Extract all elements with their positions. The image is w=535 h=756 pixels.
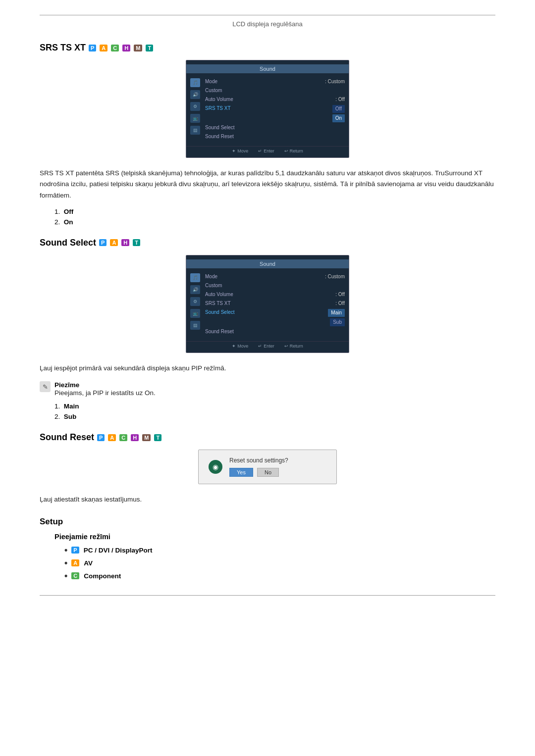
osd1-screen: Sound 🎵 🔊 ⚙ 📺 ▤ Mode : Custom <box>186 60 349 158</box>
osd2-enter-icon: ↵ <box>258 344 262 349</box>
page-title: LCD displeja regulēšana <box>40 20 495 28</box>
srs-list-label-1: Off <box>64 208 74 215</box>
osd1-container: Sound 🎵 🔊 ⚙ 📺 ▤ Mode : Custom <box>40 60 495 158</box>
setup-heading: Setup <box>40 517 495 527</box>
osd1-row-soundsel: Sound Select <box>205 123 345 132</box>
setup-sub-heading: Pieejamie režīmi <box>54 533 495 541</box>
badge-p-sr: P <box>97 434 105 441</box>
osd1-label-autovol: Auto Volume <box>205 96 233 103</box>
srs-heading: SRS TS XT P A C H M T <box>40 43 495 53</box>
sound-reset-body: Ļauj atiestatīt skaņas iestatījumus. <box>40 494 495 505</box>
osd2-icon-2: 🔊 <box>190 285 200 294</box>
osd2-label-mode: Mode <box>205 273 217 280</box>
ss-list-num-2: 2. <box>54 413 60 420</box>
bottom-border <box>40 595 495 596</box>
badge-t-srs: T <box>146 45 153 51</box>
ss-list-item-1: 1. Main <box>54 403 495 410</box>
badge-p-srs: P <box>89 45 96 51</box>
setup-item-av: • A AV <box>64 558 495 567</box>
sound-select-heading: Sound Select P A H T <box>40 238 495 248</box>
osd2-footer-return: ↩ Return <box>284 344 303 349</box>
srs-section: SRS TS XT P A C H M T Sound 🎵 🔊 ⚙ 📺 ▤ <box>40 43 495 226</box>
osd2-icons: 🎵 🔊 ⚙ 📺 ▤ <box>190 272 200 336</box>
osd2-return-icon: ↩ <box>284 344 288 349</box>
osd2-container: Sound 🎵 🔊 ⚙ 📺 ▤ Mode : Custom <box>40 255 495 353</box>
osd2-footer-move-label: Move <box>237 344 248 349</box>
osd2-option-main: Main <box>328 309 345 317</box>
badge-c-sr: C <box>119 434 127 441</box>
badge-h-srs: H <box>122 45 130 51</box>
setup-label-av: AV <box>84 559 93 567</box>
osd1-body: 🎵 🔊 ⚙ 📺 ▤ Mode : Custom Custom <box>186 75 349 143</box>
setup-section: Setup Pieejamie režīmi • P PC / DVI / Di… <box>40 517 495 580</box>
badge-p-ss: P <box>99 239 107 246</box>
note-content: Piezīme Pieejams, ja PIP ir iestatīts uz… <box>54 381 156 397</box>
osd2-footer: ✦ Move ↵ Enter ↩ Return <box>186 341 349 349</box>
setup-item-pc: • P PC / DVI / DisplayPort <box>64 546 495 554</box>
osd1-option-on: On <box>332 114 345 122</box>
osd2-screen: Sound 🎵 🔊 ⚙ 📺 ▤ Mode : Custom <box>186 255 349 353</box>
badge-m-srs: M <box>134 45 142 51</box>
osd2-label-autovol: Auto Volume <box>205 291 233 298</box>
osd2-row-srs: SRS TS XT : Off <box>205 299 345 308</box>
badge-h-ss: H <box>121 239 129 246</box>
note-label: Piezīme <box>54 381 79 389</box>
osd1-icons: 🎵 🔊 ⚙ 📺 ▤ <box>190 77 200 141</box>
sound-reset-heading: Sound Reset P A C H M T <box>40 432 495 443</box>
badge-a-srs: A <box>100 45 107 51</box>
osd2-value-autovol: : Off <box>335 291 345 298</box>
osd2-row-custom: Custom <box>205 281 345 290</box>
osd1-value-mode: : Custom <box>325 78 345 85</box>
badge-c-srs: C <box>111 45 119 51</box>
osd1-label-srs: SRS TS XT <box>205 105 231 122</box>
ss-list-item-2: 2. Sub <box>54 413 495 420</box>
osd2-row-soundsel: Sound Select Main Sub <box>205 308 345 327</box>
osd2-icon-3: ⚙ <box>190 297 200 306</box>
osd1-footer-enter: ↵ Enter <box>258 149 274 153</box>
osd2-label-custom: Custom <box>205 282 222 289</box>
osd1-row-custom: Custom <box>205 86 345 95</box>
osd2-icon-4: 📺 <box>190 309 200 318</box>
osd1-options: Off On <box>332 105 345 122</box>
osd2-label-soundsel: Sound Select <box>205 309 235 326</box>
osd2-label-soundrst: Sound Reset <box>205 328 234 335</box>
osd2-value-mode: : Custom <box>325 273 345 280</box>
osd2-row-soundrst: Sound Reset <box>205 327 345 336</box>
osd2-label-srs: SRS TS XT <box>205 300 231 307</box>
osd1-option-off: Off <box>332 105 345 113</box>
osd1-label-soundrst: Sound Reset <box>205 133 234 140</box>
osd2-footer-enter-label: Enter <box>264 344 274 349</box>
osd1-row-autovol: Auto Volume : Off <box>205 95 345 104</box>
badge-p-setup: P <box>71 547 79 554</box>
osd2-option-sub: Sub <box>330 318 345 326</box>
srs-body-text: SRS TS XT patentēta SRS (telpiskā skanēj… <box>40 168 495 201</box>
note-text: Pieejams, ja PIP ir iestatīts uz On. <box>54 389 156 397</box>
srs-list-num-2: 2. <box>54 218 60 226</box>
enter-icon: ↵ <box>258 149 262 153</box>
osd1-row-soundrst: Sound Reset <box>205 132 345 141</box>
osd1-footer-enter-label: Enter <box>264 149 274 153</box>
osd2-options: Main Sub <box>328 309 345 326</box>
setup-label-component: Component <box>84 572 121 580</box>
sound-reset-heading-text: Sound Reset <box>40 432 94 443</box>
return-icon: ↩ <box>284 149 288 153</box>
note-box: ✎ Piezīme Pieejams, ja PIP ir iestatīts … <box>40 381 495 397</box>
dialog-icon: ◉ <box>209 460 222 474</box>
dialog-yes-button[interactable]: Yes <box>229 468 253 477</box>
ss-list-label-2: Sub <box>64 413 77 420</box>
dialog-container: ◉ Reset sound settings? Yes No <box>40 450 495 484</box>
ss-list-num-1: 1. <box>54 403 60 410</box>
bullet-dot-av: • <box>64 558 67 567</box>
srs-list-num-1: 1. <box>54 208 60 215</box>
badge-a-ss: A <box>110 239 118 246</box>
dialog-no-button[interactable]: No <box>257 468 279 477</box>
badge-t-sr: T <box>154 434 161 441</box>
sound-reset-section: Sound Reset P A C H M T ◉ Reset sound se… <box>40 432 495 505</box>
dialog-question: Reset sound settings? <box>229 457 326 464</box>
badge-h-sr: H <box>131 434 139 441</box>
srs-list-label-2: On <box>64 218 73 226</box>
osd2-row-mode: Mode : Custom <box>205 272 345 281</box>
osd1-footer-move: ✦ Move <box>232 149 248 153</box>
badge-a-setup: A <box>71 559 79 566</box>
top-border <box>40 15 495 15</box>
